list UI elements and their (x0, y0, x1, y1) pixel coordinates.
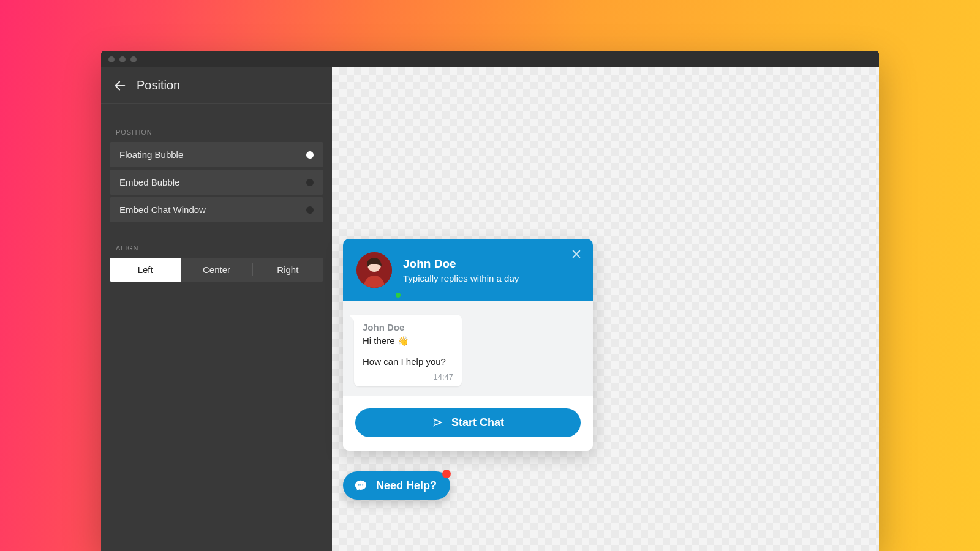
window-control-zoom[interactable] (130, 56, 137, 62)
position-option-label: Floating Bubble (119, 149, 183, 160)
agent-subtitle: Typically replies within a day (403, 273, 519, 283)
message-line-2: How can I help you? (363, 356, 453, 368)
message-sender: John Doe (363, 322, 453, 332)
align-option-label: Center (203, 264, 230, 275)
svg-point-5 (362, 484, 363, 485)
chat-header: John Doe Typically replies within a day (343, 239, 593, 301)
chat-widget: John Doe Typically replies within a day … (343, 239, 593, 451)
sidebar-title: Position (137, 78, 180, 92)
svg-point-4 (360, 484, 361, 485)
notification-badge (442, 470, 451, 478)
settings-sidebar: Position POSITION Floating Bubble Embed … (101, 67, 332, 551)
message-timestamp: 14:47 (363, 372, 453, 381)
help-launcher-label: Need Help? (376, 479, 437, 492)
svg-point-3 (358, 484, 360, 485)
position-option-label: Embed Bubble (119, 177, 179, 187)
chat-footer: Start Chat (343, 396, 593, 451)
agent-name: John Doe (403, 257, 519, 271)
agent-info: John Doe Typically replies within a day (403, 257, 519, 283)
align-option-label: Left (138, 264, 153, 275)
position-option-embed-bubble[interactable]: Embed Bubble (110, 170, 323, 195)
app-window: Position POSITION Floating Bubble Embed … (101, 51, 879, 551)
start-chat-label: Start Chat (451, 416, 504, 429)
chat-message: John Doe Hi there 👋 How can I help you? … (354, 315, 462, 386)
close-icon (572, 250, 581, 258)
section-label-align: ALIGN (101, 222, 332, 258)
avatar-person-icon (356, 252, 392, 288)
message-line-1: Hi there 👋 (363, 335, 453, 347)
sidebar-header: Position (101, 67, 332, 104)
radio-indicator (306, 179, 314, 186)
align-segmented-control: Left Center Right (110, 258, 323, 282)
back-arrow-icon[interactable] (113, 79, 127, 92)
position-option-floating-bubble[interactable]: Floating Bubble (110, 142, 323, 167)
position-option-label: Embed Chat Window (119, 204, 206, 215)
chat-close-button[interactable] (568, 245, 584, 265)
avatar-wrap (356, 252, 392, 288)
window-control-close[interactable] (108, 56, 115, 62)
agent-avatar (356, 252, 392, 288)
window-titlebar (101, 51, 879, 67)
preview-canvas: John Doe Typically replies within a day … (332, 67, 879, 551)
align-option-left[interactable]: Left (110, 258, 181, 282)
chat-body: John Doe Hi there 👋 How can I help you? … (343, 301, 593, 396)
window-control-minimize[interactable] (119, 56, 126, 62)
radio-indicator (306, 151, 314, 159)
align-option-label: Right (277, 264, 298, 275)
align-option-right[interactable]: Right (252, 258, 323, 282)
chat-icon (354, 479, 368, 492)
position-option-embed-chat-window[interactable]: Embed Chat Window (110, 197, 323, 222)
position-option-list: Floating Bubble Embed Bubble Embed Chat … (101, 142, 332, 222)
radio-indicator (306, 206, 314, 214)
start-chat-button[interactable]: Start Chat (355, 408, 581, 437)
app-body: Position POSITION Floating Bubble Embed … (101, 67, 879, 551)
section-label-position: POSITION (101, 104, 332, 142)
presence-indicator (394, 291, 402, 299)
align-option-center[interactable]: Center (181, 258, 252, 282)
help-launcher-button[interactable]: Need Help? (343, 471, 450, 500)
send-icon (432, 416, 444, 429)
